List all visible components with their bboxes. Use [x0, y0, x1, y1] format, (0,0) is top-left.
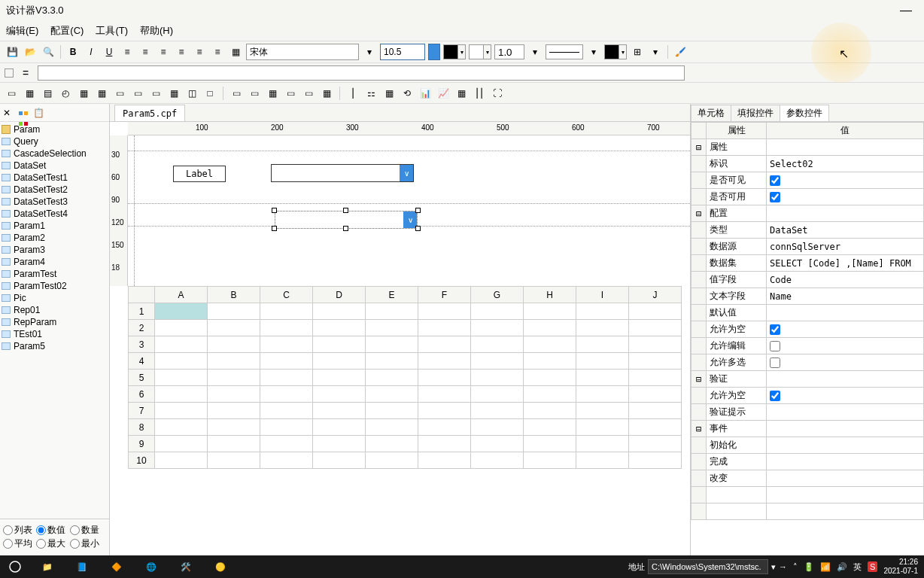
grid-cell[interactable] — [418, 370, 471, 386]
property-value[interactable]: Select02 — [767, 156, 924, 172]
property-row[interactable]: ⊟事件 — [691, 421, 924, 437]
property-checkbox[interactable] — [770, 175, 780, 186]
grid-cell[interactable] — [260, 419, 313, 436]
tab-fill-control[interactable]: 填报控件 — [731, 105, 780, 121]
property-row[interactable]: 标识Select02 — [691, 156, 924, 172]
grid-cell[interactable] — [313, 353, 366, 370]
grid-cell[interactable] — [260, 370, 313, 386]
row-header[interactable]: 9 — [129, 436, 155, 452]
ctrl-icon-5[interactable]: ▦ — [77, 87, 90, 100]
grid-cell[interactable] — [418, 303, 471, 320]
taskbar-app-chrome[interactable]: 🌐 — [134, 555, 169, 578]
tree-item[interactable]: Rep01 — [0, 304, 109, 316]
tree-item[interactable]: TEst01 — [0, 328, 109, 340]
tree-item[interactable]: DataSetTest4 — [0, 208, 109, 220]
col-header[interactable]: C — [260, 287, 313, 303]
grid-cell[interactable] — [208, 452, 260, 469]
grid-cell[interactable] — [260, 336, 313, 353]
ctrl-icon-20[interactable]: ⚏ — [364, 87, 378, 100]
property-row[interactable]: 验证提示 — [691, 404, 924, 421]
grid-cell[interactable] — [629, 370, 682, 386]
radio-max[interactable]: 最大 — [36, 537, 65, 550]
tree-item[interactable]: Param5 — [0, 340, 109, 352]
ctrl-icon-24[interactable]: 📈 — [436, 87, 450, 100]
formula-box-icon[interactable] — [5, 68, 14, 78]
ctrl-icon-13[interactable]: ▭ — [229, 87, 243, 100]
grid-cell[interactable] — [208, 320, 260, 336]
line-color-button[interactable]: ▾ — [604, 44, 627, 59]
radio-list[interactable]: 列表 — [3, 524, 32, 537]
grid-cell[interactable] — [366, 403, 418, 419]
grid-cell[interactable] — [629, 419, 682, 436]
tree-item[interactable]: Param3 — [0, 244, 109, 256]
grid-cell[interactable] — [471, 336, 524, 353]
expand-icon[interactable]: ⊟ — [691, 139, 707, 156]
tray-sogou-icon[interactable]: S — [868, 561, 877, 572]
property-row[interactable]: 默认值 — [691, 305, 924, 321]
property-row[interactable]: 是否可用 — [691, 189, 924, 205]
grid-cell[interactable] — [418, 436, 471, 452]
property-value[interactable]: Name — [767, 288, 924, 305]
close-panel-icon[interactable]: ✕ — [3, 108, 14, 118]
italic-icon[interactable]: I — [84, 44, 99, 59]
tree-item[interactable]: DataSetTest1 — [0, 172, 109, 184]
tree-item[interactable]: Param2 — [0, 232, 109, 244]
radio-count[interactable]: 数量 — [70, 524, 99, 537]
col-header[interactable]: D — [313, 287, 366, 303]
tree-item[interactable]: RepParam — [0, 316, 109, 328]
ctrl-icon-3[interactable]: ▤ — [41, 87, 54, 100]
border-icon[interactable]: ⊞ — [630, 44, 645, 59]
font-select[interactable] — [246, 44, 359, 60]
property-row[interactable]: 初始化 — [691, 437, 924, 454]
grid-cell[interactable] — [366, 386, 418, 403]
tab-param-control[interactable]: 参数控件 — [780, 105, 829, 121]
property-row[interactable]: 文本字段Name — [691, 288, 924, 305]
grid-cell[interactable] — [418, 336, 471, 353]
property-row[interactable]: 允许为空 — [691, 321, 924, 338]
ctrl-icon-12[interactable]: □ — [203, 87, 217, 100]
grid-cell[interactable] — [524, 336, 576, 353]
grid-cell[interactable] — [576, 452, 629, 469]
grid-cell[interactable] — [576, 370, 629, 386]
col-header[interactable]: E — [366, 287, 418, 303]
ctrl-icon-16[interactable]: ▭ — [284, 87, 297, 100]
ctrl-icon-2[interactable]: ▦ — [23, 87, 36, 100]
grid-cell[interactable] — [208, 436, 260, 452]
grid-cell[interactable] — [155, 303, 208, 320]
row-header[interactable]: 5 — [129, 370, 155, 386]
tree-item[interactable]: DataSet — [0, 160, 109, 172]
font-dropdown-icon[interactable]: ▾ — [362, 44, 377, 59]
row-header[interactable]: 1 — [129, 303, 155, 320]
tree-item[interactable]: Pic — [0, 292, 109, 304]
grid-cell[interactable] — [471, 320, 524, 336]
property-checkbox[interactable] — [770, 357, 780, 368]
tray-wifi-icon[interactable]: 📶 — [820, 562, 831, 572]
grid-cell[interactable] — [313, 419, 366, 436]
row-header[interactable]: 2 — [129, 320, 155, 336]
tab-cell[interactable]: 单元格 — [691, 105, 731, 121]
dropdown-icon[interactable]: ∨ — [400, 165, 413, 181]
row-header[interactable]: 7 — [129, 403, 155, 419]
grid-cell[interactable] — [260, 320, 313, 336]
grid-cell[interactable] — [366, 320, 418, 336]
start-button[interactable] — [0, 555, 30, 578]
merge-icon[interactable]: ▦ — [228, 44, 243, 59]
grid-cell[interactable] — [155, 419, 208, 436]
ctrl-icon-15[interactable]: ▦ — [266, 87, 279, 100]
property-row[interactable]: ⊟配置 — [691, 205, 924, 222]
property-checkbox[interactable] — [770, 324, 780, 335]
tree-item[interactable]: Query — [0, 135, 109, 148]
grid-cell[interactable] — [418, 386, 471, 403]
grid-cell[interactable] — [629, 353, 682, 370]
property-value[interactable] — [767, 454, 924, 470]
property-value[interactable] — [767, 437, 924, 454]
address-input[interactable] — [648, 559, 768, 574]
grid-cell[interactable] — [629, 452, 682, 469]
ctrl-icon-10[interactable]: ▦ — [167, 87, 181, 100]
property-row[interactable]: 数据集SELECT [Code] ,[Name] FROM — [691, 255, 924, 272]
spreadsheet-grid[interactable]: ABCDEFGHIJ 12345678910 — [128, 286, 682, 469]
grid-cell[interactable] — [524, 436, 576, 452]
grid-cell[interactable] — [576, 353, 629, 370]
grid-cell[interactable] — [366, 436, 418, 452]
select-control-1[interactable]: ∨ — [271, 164, 414, 182]
